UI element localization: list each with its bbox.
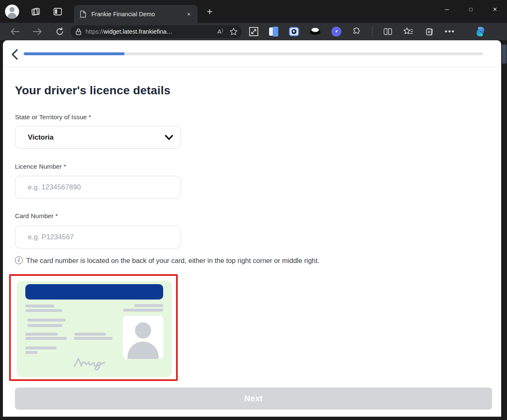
address-bar[interactable]: https:// widget.latest.frankiefina… A)	[71, 25, 242, 38]
read-aloud-icon[interactable]: A)	[218, 28, 223, 35]
tab-layout-icon[interactable]	[53, 7, 63, 17]
licence-number-input[interactable]	[28, 183, 173, 192]
toolbar-divider	[372, 27, 372, 36]
browser-titlebar: Frankie Financial Demo × + ─ □ ✕	[0, 0, 507, 23]
more-options-icon[interactable]: •••	[445, 27, 455, 36]
copilot-icon[interactable]	[474, 25, 487, 38]
close-window-button[interactable]: ✕	[483, 0, 507, 18]
state-select-value: Victoria	[28, 133, 165, 142]
collections-icon[interactable]	[424, 27, 434, 37]
info-text: The card number is located on the back o…	[26, 256, 319, 265]
back-chevron-button[interactable]	[10, 49, 20, 60]
window-controls: ─ □ ✕	[435, 0, 507, 18]
lock-icon	[76, 28, 81, 35]
progress-bar	[24, 52, 483, 55]
dome-extension-icon[interactable]	[310, 28, 321, 35]
extensions-puzzle-icon[interactable]	[352, 27, 361, 36]
progress-fill	[24, 52, 125, 55]
card-number-field-box[interactable]	[15, 226, 181, 248]
avatar-person-icon	[10, 7, 15, 12]
favorite-star-icon[interactable]	[230, 28, 238, 35]
photo-placeholder	[123, 316, 163, 359]
url-scheme: https://	[86, 28, 104, 35]
state-select[interactable]: Victoria	[15, 126, 181, 149]
refresh-icon[interactable]	[54, 26, 66, 37]
card-number-input[interactable]	[28, 233, 173, 241]
avatar-silhouette-icon	[135, 322, 151, 339]
compass-extension-icon[interactable]	[331, 27, 341, 37]
fullscreen-extension-icon[interactable]	[249, 27, 258, 36]
camera-extension-icon[interactable]	[289, 27, 299, 36]
page-document-icon	[80, 10, 86, 18]
extensions-row: •••	[249, 25, 492, 38]
new-tab-button[interactable]: +	[203, 5, 216, 18]
licence-number-label: Licence Number *	[15, 163, 66, 170]
header-divider	[3, 67, 501, 67]
chevron-down-icon	[165, 135, 173, 140]
info-row: i The card number is located on the back…	[15, 256, 319, 265]
info-icon: i	[15, 256, 23, 264]
licence-number-field-box[interactable]	[15, 176, 181, 199]
split-screen-icon[interactable]	[383, 27, 392, 36]
url-host: widget.latest.frankiefina…	[104, 28, 173, 35]
browser-window: Frankie Financial Demo × + ─ □ ✕ https:/…	[0, 0, 507, 420]
licence-card-illustration	[17, 281, 172, 377]
licence-card-highlight	[9, 274, 178, 381]
forward-icon[interactable]	[32, 26, 43, 37]
state-label: State or Territory of Issue *	[15, 113, 91, 121]
card-header-band	[25, 284, 163, 300]
card-number-label: Card Number *	[15, 212, 58, 220]
workspaces-icon[interactable]	[31, 7, 41, 17]
minimize-button[interactable]: ─	[435, 0, 459, 18]
next-button[interactable]: Next	[15, 388, 492, 410]
profile-avatar[interactable]	[5, 5, 19, 19]
tab-title: Frankie Financial Demo	[91, 11, 184, 17]
pages-extension-icon[interactable]	[269, 27, 278, 37]
signature-scribble	[73, 356, 110, 371]
favorites-hub-icon[interactable]	[403, 27, 413, 36]
close-tab-icon[interactable]: ×	[184, 10, 193, 19]
scrollbar-thumb[interactable]	[502, 44, 507, 64]
page-title: Your driver's licence details	[15, 84, 171, 97]
browser-tab[interactable]: Frankie Financial Demo ×	[74, 5, 198, 23]
back-icon[interactable]	[9, 26, 21, 37]
browser-toolbar: https:// widget.latest.frankiefina… A)	[0, 23, 507, 40]
page-content: Your driver's licence details State or T…	[3, 40, 501, 417]
maximize-button[interactable]: □	[459, 0, 483, 18]
